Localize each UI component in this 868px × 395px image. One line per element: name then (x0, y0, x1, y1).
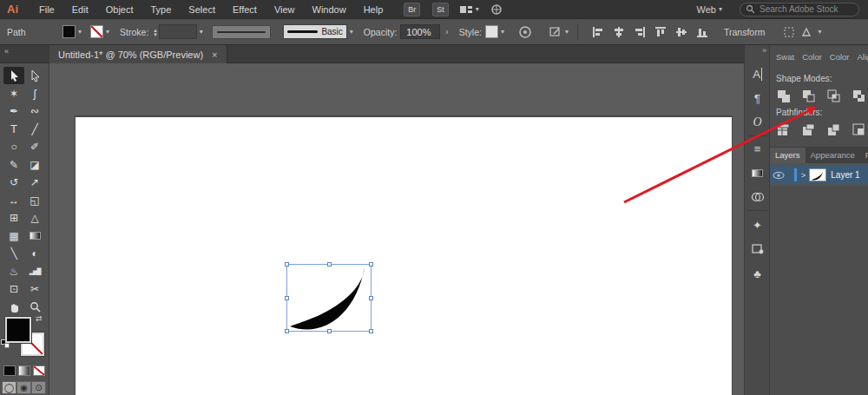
align-left-icon[interactable] (592, 26, 604, 38)
transform-link[interactable]: Transform (724, 27, 765, 37)
selection-handle[interactable] (327, 262, 332, 267)
selection-handle[interactable] (285, 296, 289, 300)
draw-inside-button[interactable]: ⊙ (31, 381, 46, 394)
pen-tool[interactable]: ✒ (3, 102, 24, 120)
style-swatch[interactable] (485, 25, 498, 38)
swap-fill-stroke-icon[interactable]: ⇄ (36, 314, 43, 323)
chevron-down-icon[interactable]: ▾ (200, 28, 203, 36)
trim-button[interactable] (800, 122, 816, 137)
line-segment-tool[interactable]: ╱ (24, 121, 45, 138)
fill-swatch[interactable] (62, 25, 76, 38)
search-input[interactable] (758, 3, 853, 15)
type-tool[interactable]: T (3, 121, 24, 138)
eraser-tool[interactable]: ◪ (24, 156, 45, 174)
menu-type[interactable]: Type (142, 4, 181, 15)
magic-wand-tool[interactable]: ✶ (3, 85, 24, 102)
bridge-button[interactable]: Br (404, 3, 420, 16)
selection-bounding-box[interactable] (286, 264, 372, 332)
artboards-panel-button[interactable] (745, 240, 770, 259)
opentype-panel-button[interactable]: O (745, 113, 770, 132)
divide-button[interactable] (775, 122, 791, 137)
chevron-down-icon[interactable]: ▾ (350, 28, 353, 36)
select-similar-button[interactable] (798, 23, 815, 41)
menu-file[interactable]: File (30, 4, 63, 15)
zoom-tool[interactable] (24, 299, 45, 316)
tab-swatches[interactable]: Swat (776, 52, 794, 62)
document-tab[interactable]: Untitled-1* @ 70% (RGB/Preview) × (49, 45, 227, 63)
arrange-documents-button[interactable]: ▾ (459, 4, 479, 15)
layer-thumbnail[interactable] (809, 168, 826, 181)
column-graph-tool[interactable]: ▂▅█ (24, 263, 45, 280)
chevron-down-icon[interactable]: ▾ (78, 28, 82, 36)
tab-layers[interactable]: Layers (770, 148, 806, 163)
selection-handle[interactable] (369, 329, 373, 333)
dock-expand-icon[interactable]: » (762, 46, 766, 55)
rotate-tool[interactable]: ↺ (3, 174, 24, 191)
ellipse-tool[interactable]: ○ (3, 138, 24, 155)
recolor-artwork-button[interactable] (516, 23, 534, 41)
selection-handle[interactable] (327, 329, 332, 333)
shape-builder-tool[interactable]: ⊞ (3, 209, 24, 227)
lasso-tool[interactable]: ʃ (24, 85, 45, 102)
expand-layer-icon[interactable]: > (801, 171, 806, 180)
canvas[interactable] (49, 63, 744, 395)
intersect-button[interactable] (825, 89, 841, 103)
menu-edit[interactable]: Edit (63, 4, 97, 15)
stepper-down-icon[interactable]: ▾ (154, 32, 157, 36)
width-profile-select[interactable] (212, 25, 271, 39)
hand-tool[interactable] (3, 299, 24, 316)
draw-behind-button[interactable]: ◉ (16, 381, 31, 394)
curvature-tool[interactable]: ∾ (24, 102, 45, 120)
align-top-icon[interactable] (654, 26, 667, 38)
chevron-down-icon[interactable]: ▾ (501, 28, 504, 36)
scale-tool[interactable]: ↗ (24, 174, 45, 191)
tab-color-guide[interactable]: Color (830, 52, 850, 62)
none-button[interactable] (33, 365, 45, 376)
mesh-tool[interactable]: ▦ (3, 227, 24, 245)
stock-button[interactable]: St (432, 3, 449, 16)
symbol-sprayer-tool[interactable]: ♨ (3, 263, 24, 280)
align-center-vertical-icon[interactable] (675, 26, 687, 38)
width-tool[interactable]: ↔ (3, 192, 24, 209)
chevron-right-icon[interactable]: › (445, 27, 448, 36)
graphic-styles-panel-button[interactable]: ✦ (745, 215, 770, 234)
toolbar-collapse-icon[interactable]: « (4, 47, 9, 56)
minus-front-button[interactable] (800, 89, 816, 103)
close-icon[interactable]: × (212, 49, 217, 60)
menu-effect[interactable]: Effect (224, 4, 266, 15)
chevron-down-icon[interactable]: ▾ (106, 28, 109, 36)
tab-align[interactable]: Align (858, 52, 868, 62)
tab-color[interactable]: Color (802, 52, 822, 62)
stroke-color-swatch[interactable] (90, 25, 103, 38)
free-transform-tool[interactable]: ◱ (24, 192, 45, 209)
workspace-switcher[interactable]: Web ▾ (692, 4, 727, 15)
layer-row[interactable]: > Layer 1 (770, 166, 868, 184)
tab-appearance[interactable]: Appearance (806, 148, 860, 163)
pencil-tool[interactable]: ✎ (3, 156, 24, 174)
tab-properties[interactable]: Pr (860, 148, 868, 163)
selection-handle[interactable] (285, 329, 289, 333)
default-fill-stroke-icon[interactable] (1, 339, 10, 349)
isolate-selection-button[interactable]: ▾ (548, 23, 570, 41)
gradient-panel-button[interactable] (745, 163, 770, 182)
blend-tool[interactable]: ◐ (24, 245, 45, 262)
menu-select[interactable]: Select (180, 4, 224, 15)
color-button[interactable] (3, 365, 16, 376)
menu-view[interactable]: View (266, 4, 304, 15)
paintbrush-tool[interactable]: ✐ (24, 138, 45, 155)
draw-normal-button[interactable]: ◯ (2, 381, 16, 394)
menu-help[interactable]: Help (355, 4, 392, 15)
direct-selection-tool[interactable] (24, 67, 45, 84)
bounding-box-button[interactable] (780, 23, 798, 41)
menu-window[interactable]: Window (304, 4, 355, 15)
chevron-down-icon[interactable]: ▾ (818, 28, 821, 36)
artboard[interactable] (76, 115, 732, 395)
selection-tool[interactable] (3, 67, 24, 84)
chevron-down-icon[interactable]: ▾ (565, 28, 569, 36)
align-right-icon[interactable] (634, 26, 646, 38)
stroke-panel-button[interactable]: ≡ (745, 139, 770, 158)
crop-button[interactable] (851, 122, 866, 137)
brush-definition-select[interactable]: Basic (283, 24, 347, 39)
slice-tool[interactable]: ✂ (24, 280, 45, 298)
stroke-weight-stepper[interactable]: ▴ ▾ (154, 28, 157, 36)
